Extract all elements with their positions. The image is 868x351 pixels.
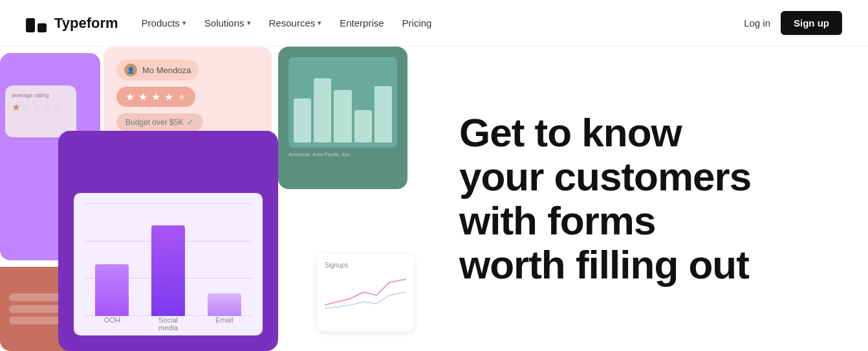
mini-bar-labels: Americas Asia Pacific Eur bbox=[288, 152, 397, 157]
logo[interactable]: Typeform bbox=[26, 14, 118, 32]
chevron-down-icon: ▾ bbox=[247, 19, 251, 27]
nav-links: Products ▾ Solutions ▾ Resources ▾ Enter… bbox=[142, 17, 432, 28]
bar-label-email: Email bbox=[208, 316, 241, 332]
hero-visuals: average rating ★ ☆ ☆ ☆ ☆ 👤 Mo Mendoza ★ bbox=[0, 47, 420, 351]
bar-email bbox=[208, 293, 241, 316]
budget-label: Budget over $5K bbox=[125, 118, 183, 127]
nav-solutions[interactable]: Solutions ▾ bbox=[204, 17, 251, 28]
nav-right: Log in Sign up bbox=[744, 11, 842, 35]
hero-heading: Get to know your customers with forms wo… bbox=[459, 111, 751, 288]
grid-line bbox=[84, 203, 252, 204]
bar-social-rect bbox=[151, 225, 185, 316]
card-signups: Signups bbox=[317, 254, 414, 332]
star-empty-icon: ☆ bbox=[43, 101, 52, 113]
budget-chip: Budget over $5K ✓ bbox=[116, 113, 203, 131]
bar-labels: OOH Social media Email bbox=[84, 316, 252, 332]
card-purple-main: OOH Social media Email bbox=[58, 131, 278, 351]
user-chip: 👤 Mo Mendoza bbox=[116, 60, 199, 80]
mini-bar-5 bbox=[374, 86, 392, 142]
mini-chart bbox=[288, 57, 397, 148]
bars-row bbox=[84, 219, 252, 316]
avg-rating-label: average rating bbox=[12, 92, 70, 98]
nav-pricing[interactable]: Pricing bbox=[402, 17, 432, 28]
chevron-down-icon: ▾ bbox=[318, 19, 321, 27]
card-avg-rating: average rating ★ ☆ ☆ ☆ ☆ bbox=[5, 85, 76, 137]
hero-section: average rating ★ ☆ ☆ ☆ ☆ 👤 Mo Mendoza ★ bbox=[0, 47, 868, 351]
chart-area: OOH Social media Email bbox=[74, 193, 263, 335]
logo-icon bbox=[26, 14, 49, 32]
nav-products[interactable]: Products ▾ bbox=[142, 17, 186, 28]
chevron-down-icon: ▾ bbox=[182, 19, 186, 27]
star-empty-icon: ★ bbox=[177, 91, 186, 103]
card-green-chart: Americas Asia Pacific Eur bbox=[278, 47, 407, 189]
nav-resources[interactable]: Resources ▾ bbox=[269, 17, 322, 28]
bar-ooh bbox=[95, 264, 129, 316]
check-icon: ✓ bbox=[187, 117, 194, 127]
mini-bar-1 bbox=[294, 98, 311, 142]
bar-social bbox=[151, 225, 185, 316]
user-name: Mo Mendoza bbox=[142, 65, 191, 75]
signup-button[interactable]: Sign up bbox=[781, 11, 842, 35]
star-empty-icon: ☆ bbox=[53, 101, 62, 113]
mini-bar-3 bbox=[334, 90, 351, 142]
bar-label-americas: Americas bbox=[288, 152, 310, 157]
mini-bar-2 bbox=[314, 78, 331, 142]
star-empty-icon: ☆ bbox=[22, 101, 31, 113]
bar-label-eur: Eur bbox=[342, 152, 350, 157]
bar-label-ooh: OOH bbox=[95, 316, 129, 332]
mini-bars bbox=[294, 62, 392, 142]
hero-text: Get to know your customers with forms wo… bbox=[420, 47, 868, 351]
signups-label: Signups bbox=[325, 262, 406, 269]
star-filled-icon: ★ bbox=[151, 91, 160, 103]
mini-bar-4 bbox=[354, 110, 372, 142]
star-rating-row: ★ ★ ★ ★ ★ bbox=[116, 87, 195, 107]
bar-label-asia: Asia Pacific bbox=[312, 152, 339, 157]
bar-email-rect bbox=[208, 293, 241, 316]
user-avatar-icon: 👤 bbox=[124, 63, 137, 76]
navbar: Typeform Products ▾ Solutions ▾ Resource… bbox=[0, 0, 868, 47]
brand-name: Typeform bbox=[54, 15, 118, 32]
signups-chart bbox=[325, 273, 406, 311]
login-button[interactable]: Log in bbox=[744, 17, 770, 28]
avg-stars: ★ ☆ ☆ ☆ ☆ bbox=[12, 101, 70, 113]
star-filled-icon: ★ bbox=[12, 101, 21, 113]
star-filled-icon: ★ bbox=[164, 91, 173, 103]
star-filled-icon: ★ bbox=[138, 91, 147, 103]
bar-label-social: Social media bbox=[151, 316, 185, 332]
nav-enterprise[interactable]: Enterprise bbox=[340, 17, 384, 28]
star-filled-icon: ★ bbox=[125, 91, 135, 103]
bar-ooh-rect bbox=[95, 264, 129, 316]
star-empty-icon: ☆ bbox=[32, 101, 41, 113]
nav-left: Typeform Products ▾ Solutions ▾ Resource… bbox=[26, 14, 431, 32]
